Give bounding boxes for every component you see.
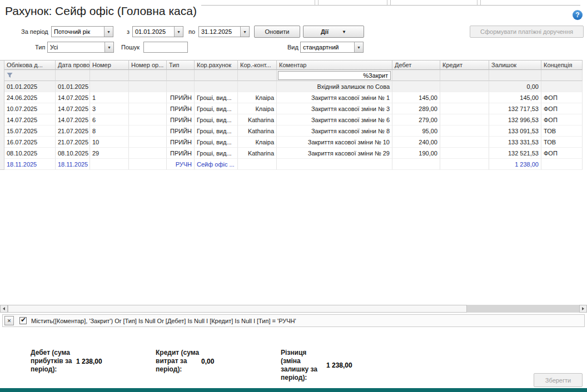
chevron-down-icon[interactable]: ▼	[240, 27, 249, 37]
view-select[interactable]: стандартний ▼	[300, 42, 364, 53]
column-header-debit[interactable]: Дебет	[392, 60, 440, 70]
filter-cell[interactable]	[167, 70, 195, 81]
filter-cell[interactable]	[392, 70, 440, 81]
filter-cell[interactable]	[541, 70, 583, 81]
search-label: Пошук	[121, 44, 140, 51]
cell-credit	[440, 114, 489, 125]
cell-comment: Закриття касової зміни № 29	[277, 148, 392, 159]
cell-post-date: 21.07.2025	[56, 137, 90, 148]
save-button[interactable]: Зберегти	[534, 373, 583, 387]
view-value: стандартний	[301, 44, 354, 51]
table-row[interactable]: 10.07.202514.07.20253ПРИЙНГроші, вид...К…	[4, 103, 583, 114]
to-date-value: 31.12.2025	[199, 28, 240, 35]
chevron-down-icon[interactable]: ▼	[105, 42, 113, 52]
cell-type	[167, 81, 195, 92]
summary-difference: Різниця (зміна залишку за період): 1 238…	[281, 349, 352, 382]
account-window: Рахунок: Сейф офіс (Головна каса) ? За п…	[0, 0, 587, 392]
actions-button[interactable]: Дії ▼	[303, 26, 364, 38]
period-select[interactable]: Поточний рік ▼	[51, 26, 113, 37]
table-row[interactable]: 18.11.202518.11.2025РУЧНСейф офіс ...1 2…	[4, 159, 583, 170]
scroll-left-arrow-icon[interactable]	[0, 305, 8, 313]
column-header-type[interactable]: Тип	[167, 60, 195, 70]
filter-cell[interactable]	[440, 70, 489, 81]
column-header-corr-contractor[interactable]: Кор.-конт...	[238, 60, 277, 70]
summary-debit: Дебет (сума прибутків за період): 1 238,…	[31, 349, 102, 374]
column-header-order-number[interactable]: Номер ор...	[129, 60, 167, 70]
auto-filter-row: %Закрит	[4, 70, 583, 81]
cell-type: ПРИЙН	[167, 137, 195, 148]
help-icon[interactable]: ?	[573, 10, 583, 20]
filter-cell[interactable]	[56, 70, 90, 81]
filter-funnel-icon	[7, 72, 13, 78]
table-header-row: Облікова д... Дата проводки Номер Номер …	[4, 60, 583, 70]
cell-credit	[440, 125, 489, 137]
close-filter-icon[interactable]: ✕	[4, 316, 14, 325]
table-row[interactable]: 08.10.202508.10.202529ПРИЙНГроші, вид...…	[4, 148, 583, 159]
cell-concept: ФОП	[541, 103, 583, 114]
tab-strip-line	[201, 5, 580, 6]
table-row[interactable]: 15.07.202521.07.20258ПРИЙНГроші, вид...K…	[4, 125, 583, 137]
filter-cell[interactable]	[4, 70, 56, 81]
cell-post-date: 14.07.2025	[56, 114, 90, 125]
generate-payment-orders-button[interactable]: Сформувати платіжні доручення	[470, 26, 584, 38]
period-label: За період	[21, 28, 48, 35]
table-row[interactable]: 01.01.202501.01.2025Вхідний залишок по С…	[4, 81, 583, 92]
filter-cell[interactable]	[129, 70, 167, 81]
chevron-down-icon[interactable]: ▼	[174, 27, 183, 37]
cell-post-date: 21.07.2025	[56, 125, 90, 137]
column-header-credit[interactable]: Кредит	[440, 60, 489, 70]
cell-acc-date: 10.07.2025	[4, 103, 56, 114]
column-header-corr-account[interactable]: Кор.рахунок	[195, 60, 238, 70]
cell-num: 10	[90, 137, 129, 148]
cell-doc-num	[129, 92, 167, 103]
column-header-post-date[interactable]: Дата проводки	[56, 60, 90, 70]
chevron-down-icon[interactable]: ▼	[354, 42, 363, 52]
cell-debit: 190,00	[392, 148, 440, 159]
cell-account: Гроші, вид...	[195, 92, 238, 103]
filter-expression-bar: ✕ ✔ Містить([Коментар], 'Закрит') Or [Ти…	[2, 314, 585, 327]
cell-doc-num	[129, 148, 167, 159]
tab-separator	[477, 0, 481, 5]
table-row[interactable]: 16.07.202521.07.202510ПРИЙНГроші, вид...…	[4, 137, 583, 148]
cell-credit	[440, 81, 489, 92]
filter-cell[interactable]	[238, 70, 277, 81]
filter-cell[interactable]: %Закрит	[277, 70, 392, 81]
horizontal-scrollbar[interactable]	[0, 305, 587, 313]
cell-acc-date: 16.07.2025	[4, 137, 56, 148]
cell-contractor	[238, 81, 277, 92]
cell-acc-date: 01.01.2025	[4, 81, 56, 92]
cell-post-date: 18.11.2025	[56, 159, 90, 170]
filter-cell[interactable]	[90, 70, 129, 81]
to-date-select[interactable]: 31.12.2025 ▼	[198, 26, 250, 37]
cell-comment	[277, 159, 392, 170]
table-row[interactable]: 24.06.202514.07.20251ПРИЙНГроші, вид...К…	[4, 92, 583, 103]
filter-enabled-checkbox[interactable]: ✔	[19, 317, 27, 324]
from-date-select[interactable]: 01.01.2025 ▼	[132, 26, 183, 37]
filter-cell[interactable]	[195, 70, 238, 81]
cell-post-date: 01.01.2025	[56, 81, 90, 92]
chevron-down-icon[interactable]: ▼	[104, 27, 113, 37]
cell-account: Гроші, вид...	[195, 137, 238, 148]
cell-account: Сейф офіс ...	[195, 159, 238, 170]
cell-concept: ФОП	[541, 148, 583, 159]
comment-filter-input[interactable]: %Закрит	[278, 71, 391, 80]
column-header-balance[interactable]: Залишок	[489, 60, 541, 70]
scrollbar-thumb[interactable]	[8, 305, 467, 313]
column-header-number[interactable]: Номер	[90, 60, 129, 70]
column-header-comment[interactable]: Коментар	[277, 60, 392, 70]
checkmark-icon: ✔	[21, 316, 26, 324]
cell-contractor: Клаіра	[238, 103, 277, 114]
refresh-button[interactable]: Оновити	[254, 26, 300, 38]
search-input[interactable]	[143, 42, 188, 53]
type-value: Усі	[48, 44, 105, 51]
column-header-acc-date[interactable]: Облікова д...	[4, 60, 56, 70]
column-header-concept[interactable]: Концепція	[541, 60, 583, 70]
cell-doc-num	[129, 159, 167, 170]
scroll-right-arrow-icon[interactable]	[579, 305, 587, 313]
table-row[interactable]: 14.07.202514.07.20256ПРИЙНГроші, вид...K…	[4, 114, 583, 125]
type-select[interactable]: Усі ▼	[47, 42, 114, 53]
cell-balance: 132 996,53	[489, 114, 541, 125]
cell-num: 1	[90, 92, 129, 103]
summary-credit: Кредит (сума витрат за період): 0,00	[156, 349, 214, 374]
filter-cell[interactable]	[489, 70, 541, 81]
